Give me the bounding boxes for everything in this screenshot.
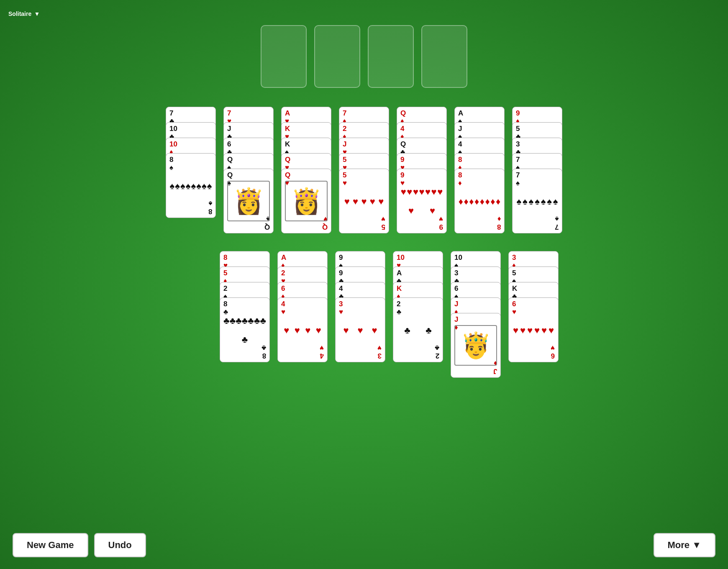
column-col1: 7♣7♣♣♣♣♣♣♣♣10♣10♣♣♣♣♣♣♣♣♣♣♣10♦10♦♦♦♦♦♦♦♦…	[166, 107, 216, 233]
column-col4: 7♦7♦♦♦♦♦♦♦♦2♦2♦♦♦J♥J♥5♥5♥♥♥♥♥♥5♥5♥♥♥♥♥♥	[339, 107, 389, 233]
foundation-area	[261, 25, 467, 88]
card-9♥[interactable]: 9♥9♥♥♥♥♥♥♥♥♥♥	[397, 169, 447, 233]
column-col5: Q♦Q♦4♦4♦♦♦♦♦Q♣Q♣9♥9♥♥♥♥♥♥♥♥♥♥9♥9♥♥♥♥♥♥♥♥…	[397, 107, 447, 233]
card-7♠[interactable]: 7♠7♠♠♠♠♠♠♠♠	[512, 169, 562, 233]
foundation-1[interactable]	[261, 25, 307, 88]
card-8♠[interactable]: 8♠8♠♠♠♠♠♠♠♠♠	[166, 153, 216, 218]
card-2♣[interactable]: 2♣2♣♣♣	[393, 297, 443, 362]
card-J♦[interactable]: J♦J♦🤴	[451, 313, 501, 378]
column-col6: A♠A♠♠J♠J♠4♠4♠♠♠♠♠8♦8♦♦♦♦♦♦♦♦♦8♦8♦♦♦♦♦♦♦♦…	[454, 107, 505, 233]
bottom-bar: New Game Undo More ▼	[0, 533, 728, 557]
card-8♦[interactable]: 8♦8♦♦♦♦♦♦♦♦♦	[454, 169, 505, 233]
foundation-4[interactable]	[421, 25, 467, 88]
card-8♣[interactable]: 8♣8♣♣♣♣♣♣♣♣♣	[220, 297, 270, 362]
foundation-3[interactable]	[368, 25, 414, 88]
column-col_b5: 10♠10♠♠♠♠♠♠♠♠♠♠♠3♣3♣♣♣♣6♠6♠♠♠♠♠♠♠J♦J♦J♦J…	[451, 251, 501, 378]
card-4♥[interactable]: 4♥4♥♥♥♥♥	[277, 297, 328, 362]
column-col_b1: 8♥8♥♥♥♥♥♥♥♥♥5♦5♦♦♦♦♦♦2♠2♠♠♠8♣8♣♣♣♣♣♣♣♣♣	[220, 251, 270, 378]
column-col_b2: A♦A♦♦2♥2♥♥♥6♦6♦♦♦♦♦♦♦4♥4♥♥♥♥♥	[277, 251, 328, 378]
top-columns: 7♣7♣♣♣♣♣♣♣♣10♣10♣♣♣♣♣♣♣♣♣♣♣10♦10♦♦♦♦♦♦♦♦…	[166, 107, 562, 233]
column-col_b4: 10♥10♥♥♥♥♥♥♥♥♥♥♥A♣A♣♣K♦K♦2♣2♣♣♣	[393, 251, 443, 378]
card-6♥[interactable]: 6♥6♥♥♥♥♥♥♥	[508, 297, 559, 362]
card-3♥[interactable]: 3♥3♥♥♥♥	[335, 297, 385, 362]
card-Q♠[interactable]: Q♠Q♠👸	[223, 169, 274, 233]
undo-button[interactable]: Undo	[94, 533, 146, 557]
card-5♥[interactable]: 5♥5♥♥♥♥♥♥	[339, 169, 389, 233]
more-button[interactable]: More ▼	[654, 533, 715, 557]
card-Q♥[interactable]: Q♥Q♥👸	[281, 169, 331, 233]
column-col3: A♥A♥♥K♥K♥K♠K♠Q♥Q♥Q♥Q♥👸	[281, 107, 331, 233]
app-title: Solitaire ▼	[8, 8, 40, 18]
new-game-button[interactable]: New Game	[13, 533, 88, 557]
foundation-2[interactable]	[314, 25, 360, 88]
column-col_b3: 9♠9♠♠♠♠♠♠♠♠♠♠9♣9♣♣♣♣♣♣♣♣♣♣4♣4♣♣♣♣♣3♥3♥♥♥…	[335, 251, 385, 378]
column-col_b6: 3♦3♦♦♦♦5♠5♠♠♠♠♠♠K♣K♣6♥6♥♥♥♥♥♥♥	[508, 251, 559, 378]
bottom-columns: 8♥8♥♥♥♥♥♥♥♥♥5♦5♦♦♦♦♦♦2♠2♠♠♠8♣8♣♣♣♣♣♣♣♣♣A…	[220, 251, 559, 378]
left-buttons: New Game Undo	[13, 533, 146, 557]
column-col7: 9♦9♦♦♦♦♦♦♦♦♦♦5♣5♣♣♣♣♣♣3♣3♣♣♣♣7♠7♠♠♠♠♠♠♠♠…	[512, 107, 562, 233]
column-col2: 7♥7♥♥♥♥♥♥♥♥J♣J♣6♣6♣♣♣♣♣♣♣Q♠Q♠Q♠Q♠👸	[223, 107, 274, 233]
